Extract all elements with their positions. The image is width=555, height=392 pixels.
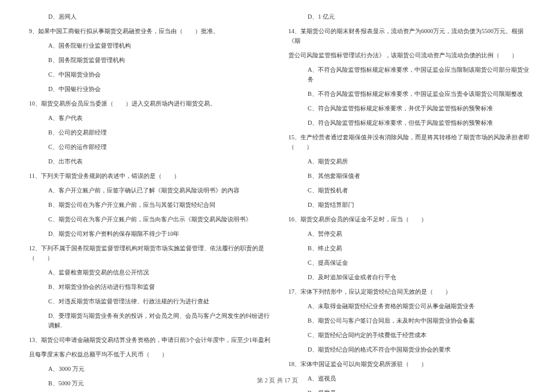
answer-option: D、符合风险监管指标规定标准要求，但低于风险监管指标的预警标准: [284, 118, 531, 128]
question-text: 17、宋体下列情形中，应认定期货经纪合同无效的是（ ）: [284, 287, 531, 297]
answer-option: B、期货公司与客户签订合同后，未及时向中国期货业协会备案: [284, 316, 531, 326]
answer-option: C、期货经纪合同约定的手续费低于经营成本: [284, 330, 531, 340]
answer-option: D、期货结算部门: [284, 200, 531, 210]
answer-option: A、监督检查期货交易的信息公开情况: [24, 268, 271, 277]
answer-option: C、对违反期货市场监督管理法律、行政法规的行为进行查处: [24, 297, 271, 306]
question-text: 9、如果中国工商银行拟从事期货交易融资业务，应当由（ ）批准。: [24, 27, 271, 36]
question-text: 18、宋体中国证监会可以向期货交易所派驻（ ）: [284, 359, 531, 369]
answer-option: B、对期货业协会的活动进行指导和监督: [24, 282, 271, 292]
answer-option: B、其他套期保值者: [284, 171, 531, 181]
answer-option: D、期货经纪合同的格式不符合中国期货业协会的要求: [284, 345, 531, 355]
answer-option: B、终止交易: [284, 244, 531, 253]
answer-option: B、不符合风险监管指标规定标准要求，中国证监会应当责令该期货公司限期整改: [284, 89, 531, 99]
answer-option: A、期货交易所: [284, 157, 531, 166]
question-text: 16、期货交易所会员的保证金不足时，应当（ ）: [284, 215, 531, 224]
answer-option: D、1 亿元: [284, 12, 531, 22]
answer-option: D、出市代表: [24, 157, 271, 166]
answer-option: C、期货投机者: [284, 186, 531, 195]
answer-option: A、3000 万元: [24, 364, 271, 374]
answer-option: D、及时追加保证金或者自行平仓: [284, 273, 531, 282]
answer-option: A、客户开立账户前，应签字确认已了解《期货交易风险说明书》的内容: [24, 186, 271, 195]
question-text: 12、下列不属于国务院期货监督管理机构对期货市场实施监督管理、依法履行的职责的是…: [24, 244, 271, 263]
answer-option: C、符合风险监管指标规定标准要求，并优于风险监管指标的预警标准: [284, 104, 531, 113]
answer-option: C、期货公司在为客户开立账户前，应当向客户出示《期货交易风险说明书》: [24, 215, 271, 224]
answer-option: D、受理期货与期货业务有关的投诉，对会员之间、会员与客户之间发生的纠纷进行调解.: [24, 311, 271, 330]
answer-option: D、期货公司对客户资料的保存期限不得少于10年: [24, 229, 271, 239]
question-continuation: 且每季度末客户权益总额平均不低于人民币（ ）: [24, 350, 271, 359]
answer-option: D、居间人: [24, 12, 271, 22]
question-text: 15、生产经营者通过套期保值并没有消除风险，而是将其转移给了期货市场的风险承担者…: [284, 133, 531, 152]
left-column: D、居间人9、如果中国工商银行拟从事期货交易融资业务，应当由（ ）批准。A、国务…: [24, 12, 271, 392]
answer-option: A、未取得金融期货经纪业务资格的期货公司从事金融期货业务: [284, 302, 531, 311]
answer-option: C、提高保证金: [284, 258, 531, 268]
exam-page: D、居间人9、如果中国工商银行拟从事期货交易融资业务，应当由（ ）批准。A、国务…: [0, 0, 555, 392]
answer-option: B、期货公司在为客户开立账户前，应当与其签订期货经纪合同: [24, 200, 271, 210]
question-continuation: 货公司风险监管指标管理试行办法》，该期货公司流动资产与流动负债的比例（ ）: [284, 51, 531, 60]
question-text: 14、某期货公司的期末财务报表显示，流动资产为6000万元，流动负债为5500万…: [284, 27, 531, 46]
answer-option: B、公司的交易部经理: [24, 128, 271, 138]
answer-option: A、暂停交易: [284, 229, 531, 239]
answer-option: A、不符合风险监管指标规定标准要求，中国证监会应当限制该期货公司部分期货业务: [284, 65, 531, 84]
question-text: 10、期货交易所会员应当委派（ ）进入交易所场内进行期货交易。: [24, 99, 271, 109]
answer-option: C、中国期货业协会: [24, 70, 271, 80]
answer-option: B、督察员: [284, 388, 531, 392]
question-text: 11、下列关于期货业务规则的表述中，错误的是（ ）: [24, 171, 271, 181]
answer-option: A、客户代表: [24, 113, 271, 123]
question-text: 13、期货公司申请金融期货交易结算业务资格的，申请日前3个会计年度中，应至少1年…: [24, 335, 271, 345]
answer-option: C、公司的运作部经理: [24, 142, 271, 152]
answer-option: D、中国银行业协会: [24, 84, 271, 94]
answer-option: A、国务院银行业监督管理机构: [24, 41, 271, 51]
right-column: D、1 亿元14、某期货公司的期末财务报表显示，流动资产为6000万元，流动负债…: [284, 12, 531, 392]
answer-option: B、国务院期货监督管理机构: [24, 55, 271, 65]
page-footer: 第 2 页 共 17 页: [0, 376, 555, 385]
